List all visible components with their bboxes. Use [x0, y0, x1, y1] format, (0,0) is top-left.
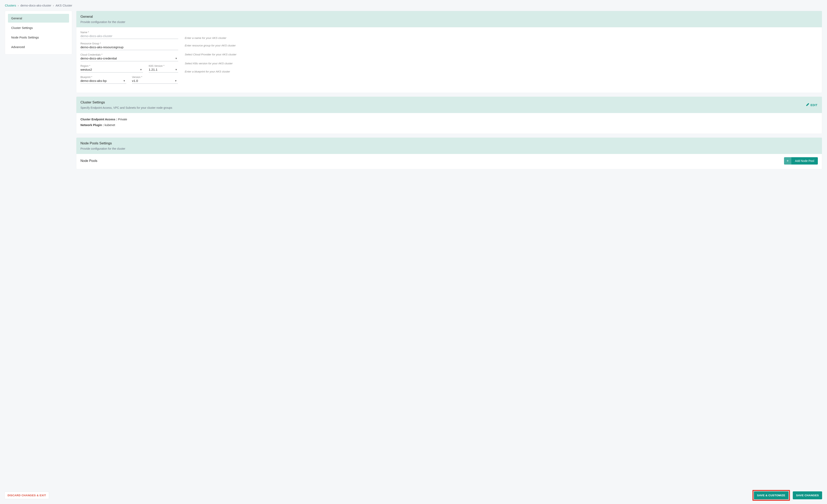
node-pools-title: Node Pools Settings — [81, 141, 818, 145]
breadcrumb-root[interactable]: Clusters — [5, 4, 16, 7]
main: General Provide configuration for the cl… — [76, 11, 822, 169]
node-pools-header: Node Pools Settings Provide configuratio… — [77, 138, 822, 154]
credentials-field[interactable]: Cloud Credentials * demo-docs-aks-creden… — [81, 53, 178, 61]
help-k8s: Select K8s version for your AKS cluster — [185, 58, 818, 67]
add-node-pool-button[interactable]: + Add Node Pool — [784, 157, 818, 164]
region-field[interactable]: Region * westus2 ▼ — [81, 64, 143, 72]
version-label: Version * — [132, 76, 178, 79]
edit-label: EDIT — [811, 103, 817, 106]
blueprint-label: Blueprint * — [81, 76, 126, 79]
sidebar-item-cluster-settings[interactable]: Cluster Settings — [8, 23, 69, 32]
general-card: General Provide configuration for the cl… — [76, 11, 822, 93]
name-field[interactable]: Name * demo-docs-aks-cluster — [81, 31, 178, 39]
node-pools-body: Node Pools + Add Node Pool — [77, 154, 822, 169]
chevron-down-icon[interactable]: ▼ — [175, 68, 178, 71]
breadcrumb-sep: › — [53, 4, 54, 7]
help-blueprint: Enter a blueprint for your AKS cluster — [185, 67, 818, 75]
network-plugin-value: kubenet — [104, 123, 115, 127]
blueprint-select[interactable]: demo-docs-aks-bp — [81, 79, 123, 83]
sidebar: General Cluster Settings Node Pools Sett… — [5, 11, 72, 54]
node-pools-subtitle: Provide configuration for the cluster — [81, 147, 818, 150]
k8s-version-label: K8S Version * — [149, 64, 178, 67]
name-input[interactable]: demo-docs-aks-cluster — [81, 34, 178, 38]
plus-icon: + — [784, 157, 791, 164]
region-label: Region * — [81, 64, 143, 67]
version-field[interactable]: Version * v1.0 ▼ — [132, 76, 178, 84]
node-pools-section-label: Node Pools — [81, 159, 97, 163]
chevron-down-icon[interactable]: ▼ — [175, 80, 178, 82]
blueprint-field[interactable]: Blueprint * demo-docs-aks-bp ▼ — [81, 76, 126, 84]
edit-button[interactable]: EDIT — [806, 103, 817, 107]
help-resource-group: Enter resource group for your AKS cluste… — [185, 42, 818, 49]
name-label: Name * — [81, 31, 178, 34]
chevron-down-icon[interactable]: ▼ — [140, 68, 143, 71]
chevron-down-icon[interactable]: ▼ — [123, 80, 126, 82]
breadcrumb-sep: › — [18, 4, 19, 7]
k8s-version-select[interactable]: 1.21.1 — [149, 68, 175, 71]
version-select[interactable]: v1.0 — [132, 79, 175, 83]
cluster-settings-body: Cluster Endpoint Access : Private Networ… — [77, 113, 822, 134]
resource-group-field[interactable]: Resource Group * demo-docs-aks-resourceg… — [81, 42, 178, 50]
node-pools-card: Node Pools Settings Provide configuratio… — [76, 138, 822, 169]
pencil-icon — [806, 103, 809, 107]
sidebar-item-advanced[interactable]: Advanced — [8, 43, 69, 51]
network-plugin-label: Network Plugin : — [81, 123, 104, 127]
region-select[interactable]: westus2 — [81, 68, 140, 71]
credentials-select[interactable]: demo-docs-aks-credential — [81, 57, 175, 60]
breadcrumb-mid[interactable]: demo-docs-aks-cluster — [20, 4, 51, 7]
add-node-pool-label: Add Node Pool — [791, 157, 818, 164]
endpoint-access-value: Private — [118, 118, 127, 121]
general-header: General Provide configuration for the cl… — [77, 11, 822, 27]
endpoint-access-label: Cluster Endpoint Access : — [81, 118, 118, 121]
cluster-settings-title: Cluster Settings — [81, 100, 818, 104]
breadcrumb: Clusters › demo-docs-aks-cluster › AKS C… — [5, 4, 822, 7]
chevron-down-icon[interactable]: ▼ — [175, 57, 178, 60]
general-body: Name * demo-docs-aks-cluster Resource Gr… — [77, 27, 822, 93]
credentials-label: Cloud Credentials * — [81, 53, 178, 56]
cluster-settings-card: Cluster Settings Specify Endpoint Access… — [76, 97, 822, 134]
cluster-settings-subtitle: Specify Endpoint Access, VPC and Subnets… — [81, 106, 818, 109]
sidebar-item-general[interactable]: General — [8, 14, 69, 22]
general-title: General — [81, 15, 818, 19]
general-subtitle: Provide configuration for the cluster — [81, 20, 818, 23]
breadcrumb-leaf: AKS Cluster — [56, 4, 72, 7]
resource-group-label: Resource Group * — [81, 42, 178, 45]
resource-group-input[interactable]: demo-docs-aks-resourcegroup — [81, 45, 178, 49]
cluster-settings-header: Cluster Settings Specify Endpoint Access… — [77, 97, 822, 113]
sidebar-item-node-pools[interactable]: Node Pools Settings — [8, 33, 69, 42]
k8s-version-field[interactable]: K8S Version * 1.21.1 ▼ — [149, 64, 178, 72]
help-name: Enter a name for your AKS cluster — [185, 34, 818, 42]
help-credentials: Select Cloud Provider for your AKS clust… — [185, 49, 818, 58]
